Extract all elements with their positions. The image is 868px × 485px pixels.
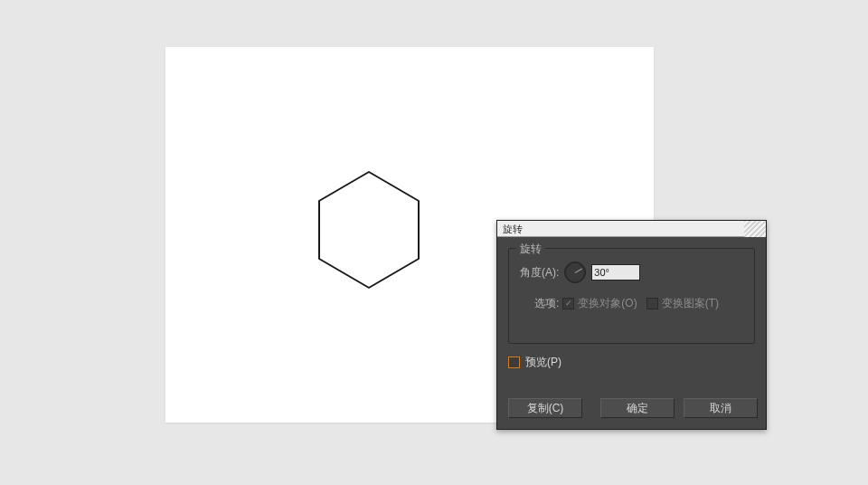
checkbox-icon <box>646 298 658 309</box>
angle-row: 角度(A): 30° <box>520 262 743 283</box>
checkbox-icon <box>508 357 520 368</box>
checkbox-checked-icon: ✓ <box>562 298 574 309</box>
stage: 旋转 旋转 角度(A): 30° 选项: ✓ 变换对象(O) <box>0 0 868 485</box>
angle-input[interactable]: 30° <box>591 264 640 281</box>
titlebar-grip-icon <box>744 221 766 237</box>
transform-objects-label: 变换对象(O) <box>578 296 637 311</box>
dialog-buttons: 复制(C) 确定 取消 <box>508 398 755 418</box>
preview-label: 预览(P) <box>525 355 561 370</box>
transform-patterns-label: 变换图案(T) <box>662 296 719 311</box>
preview-checkbox[interactable]: 预览(P) <box>508 355 755 370</box>
options-label: 选项: <box>534 296 559 311</box>
angle-dial[interactable] <box>564 262 586 283</box>
angle-label: 角度(A): <box>520 265 559 281</box>
transform-objects-checkbox[interactable]: ✓ 变换对象(O) <box>562 296 637 311</box>
options-row: 选项: ✓ 变换对象(O) 变换图案(T) <box>520 296 743 311</box>
svg-marker-0 <box>319 172 419 288</box>
dialog-title: 旋转 <box>503 223 523 234</box>
fieldset-legend: 旋转 <box>516 242 545 257</box>
transform-patterns-checkbox[interactable]: 变换图案(T) <box>646 296 719 311</box>
rotate-fieldset: 旋转 角度(A): 30° 选项: ✓ 变换对象(O) 变换图案(T) <box>508 248 755 344</box>
dialog-body: 旋转 角度(A): 30° 选项: ✓ 变换对象(O) 变换图案(T) <box>497 237 766 429</box>
dialog-titlebar[interactable]: 旋转 <box>497 221 766 237</box>
angle-dial-hand <box>575 269 582 273</box>
rotate-dialog: 旋转 旋转 角度(A): 30° 选项: ✓ 变换对象(O) <box>496 220 767 430</box>
cancel-button[interactable]: 取消 <box>684 398 758 418</box>
copy-button[interactable]: 复制(C) <box>508 398 582 418</box>
ok-button[interactable]: 确定 <box>600 398 675 418</box>
